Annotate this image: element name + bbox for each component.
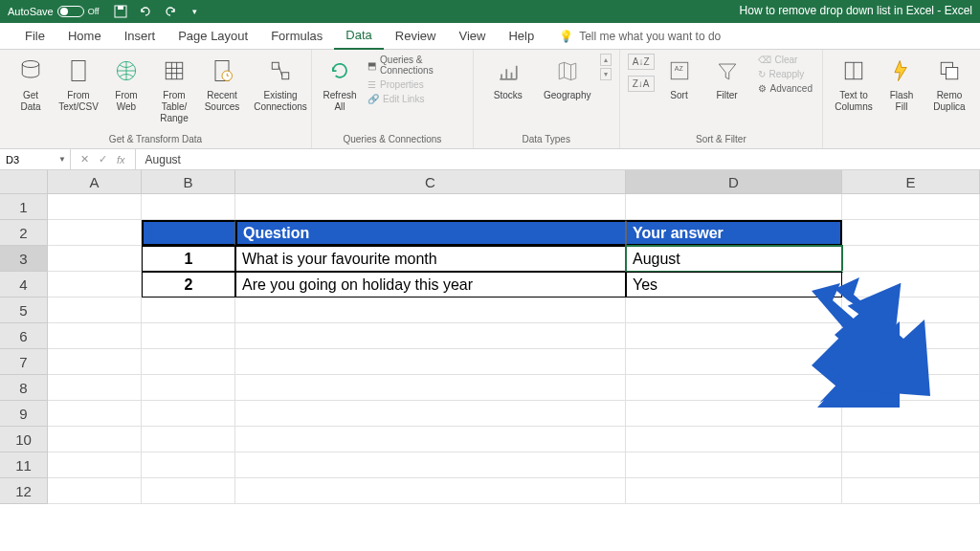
cell-E4[interactable] — [842, 272, 980, 298]
cell-D1[interactable] — [626, 194, 842, 220]
cell-D12[interactable] — [626, 478, 842, 504]
cell-B10[interactable] — [142, 427, 235, 452]
cell-A9[interactable] — [48, 401, 142, 427]
cell-A1[interactable] — [48, 194, 142, 220]
cell-A7[interactable] — [48, 349, 142, 375]
undo-icon[interactable] — [138, 4, 153, 19]
menu-page-layout[interactable]: Page Layout — [167, 23, 259, 50]
cell-C11[interactable] — [235, 452, 626, 478]
cell-D3[interactable]: August — [626, 246, 842, 272]
cell-D8[interactable] — [626, 375, 842, 401]
row-header-2[interactable]: 2 — [0, 220, 48, 246]
cell-A10[interactable] — [48, 427, 142, 452]
text-to-columns-button[interactable]: Text to Columns — [831, 54, 877, 115]
row-header-6[interactable]: 6 — [0, 323, 48, 349]
edit-links-button[interactable]: 🔗Edit Links — [366, 93, 465, 105]
from-web-button[interactable]: From Web — [103, 54, 149, 115]
from-table-range-button[interactable]: From Table/ Range — [151, 54, 197, 126]
cell-E5[interactable] — [842, 298, 980, 323]
get-data-button[interactable]: Get Data — [8, 54, 54, 115]
row-header-9[interactable]: 9 — [0, 401, 48, 427]
cell-A3[interactable] — [48, 246, 142, 272]
refresh-all-button[interactable]: Refresh All — [320, 54, 360, 115]
cell-B8[interactable] — [142, 375, 235, 401]
chevron-up-icon[interactable]: ▴ — [600, 54, 612, 66]
cell-A4[interactable] — [48, 272, 142, 298]
remove-duplicates-button[interactable]: Remo Duplica — [926, 54, 972, 115]
cell-C7[interactable] — [235, 349, 626, 375]
cell-E10[interactable] — [842, 427, 980, 452]
cell-C5[interactable] — [235, 298, 626, 323]
cell-D2[interactable]: Your answer — [626, 220, 842, 246]
name-box[interactable]: D3 ▼ — [0, 149, 71, 169]
col-header-D[interactable]: D — [626, 170, 842, 194]
menu-home[interactable]: Home — [56, 23, 113, 50]
row-header-7[interactable]: 7 — [0, 349, 48, 375]
cell-E3[interactable] — [842, 246, 980, 272]
row-header-4[interactable]: 4 — [0, 272, 48, 298]
recent-sources-button[interactable]: Recent Sources — [199, 54, 245, 115]
formula-input[interactable]: August — [136, 153, 181, 166]
row-header-12[interactable]: 12 — [0, 478, 48, 504]
cancel-icon[interactable]: ✕ — [80, 153, 89, 165]
toggle-switch[interactable] — [57, 6, 84, 17]
queries-connections-button[interactable]: ⬒Queries & Connections — [366, 54, 465, 77]
sort-za-button[interactable]: Z↓A — [628, 76, 655, 92]
stocks-button[interactable]: Stocks — [481, 54, 535, 103]
geography-button[interactable]: Geography — [537, 54, 598, 103]
cell-E6[interactable] — [842, 323, 980, 349]
tell-me-search[interactable]: 💡 Tell me what you want to do — [559, 30, 721, 43]
cell-D9[interactable] — [626, 401, 842, 427]
cell-B3[interactable]: 1 — [142, 246, 235, 272]
menu-view[interactable]: View — [447, 23, 497, 50]
cell-B6[interactable] — [142, 323, 235, 349]
cell-E2[interactable] — [842, 220, 980, 246]
menu-file[interactable]: File — [13, 23, 56, 50]
cell-A8[interactable] — [48, 375, 142, 401]
cell-A12[interactable] — [48, 478, 142, 504]
enter-icon[interactable]: ✓ — [99, 153, 107, 165]
cell-B9[interactable] — [142, 401, 235, 427]
row-header-3[interactable]: 3 — [0, 246, 48, 272]
cell-B2[interactable] — [142, 220, 235, 246]
sort-button[interactable]: AZSort — [657, 54, 702, 103]
clear-filter-button[interactable]: ⌫Clear — [756, 54, 814, 66]
cell-D10[interactable] — [626, 427, 842, 452]
menu-review[interactable]: Review — [384, 23, 448, 50]
fx-icon[interactable]: fx — [117, 154, 125, 165]
cell-B5[interactable] — [142, 298, 235, 323]
cell-C4[interactable]: Are you going on holiday this year — [235, 272, 626, 298]
cell-E7[interactable] — [842, 349, 980, 375]
sort-az-button[interactable]: A↓Z — [628, 54, 655, 70]
cell-C2[interactable]: Question — [235, 220, 626, 246]
advanced-filter-button[interactable]: ⚙Advanced — [756, 82, 814, 95]
chevron-down-icon[interactable]: ▾ — [600, 68, 612, 80]
cell-D5[interactable] — [626, 298, 842, 323]
cell-D4[interactable]: Yes — [626, 272, 842, 298]
cell-E12[interactable] — [842, 478, 980, 504]
col-header-A[interactable]: A — [48, 170, 142, 194]
menu-data[interactable]: Data — [334, 23, 383, 50]
cell-C8[interactable] — [235, 375, 626, 401]
col-header-B[interactable]: B — [142, 170, 235, 194]
menu-help[interactable]: Help — [497, 23, 546, 50]
reapply-button[interactable]: ↻Reapply — [756, 68, 814, 80]
cell-B12[interactable] — [142, 478, 235, 504]
cell-D7[interactable] — [626, 349, 842, 375]
save-icon[interactable] — [113, 4, 128, 19]
menu-insert[interactable]: Insert — [113, 23, 167, 50]
cell-B4[interactable]: 2 — [142, 272, 235, 298]
from-text-csv-button[interactable]: From Text/CSV — [56, 54, 101, 115]
row-header-8[interactable]: 8 — [0, 375, 48, 401]
cell-A5[interactable] — [48, 298, 142, 323]
cell-C10[interactable] — [235, 427, 626, 452]
properties-button[interactable]: ☰Properties — [366, 78, 465, 91]
cell-B7[interactable] — [142, 349, 235, 375]
cell-D6[interactable] — [626, 323, 842, 349]
cell-E9[interactable] — [842, 401, 980, 427]
col-header-C[interactable]: C — [235, 170, 626, 194]
row-header-11[interactable]: 11 — [0, 452, 48, 478]
redo-icon[interactable] — [163, 4, 178, 19]
row-header-10[interactable]: 10 — [0, 427, 48, 452]
cell-C3[interactable]: What is your favourite month — [235, 246, 626, 272]
